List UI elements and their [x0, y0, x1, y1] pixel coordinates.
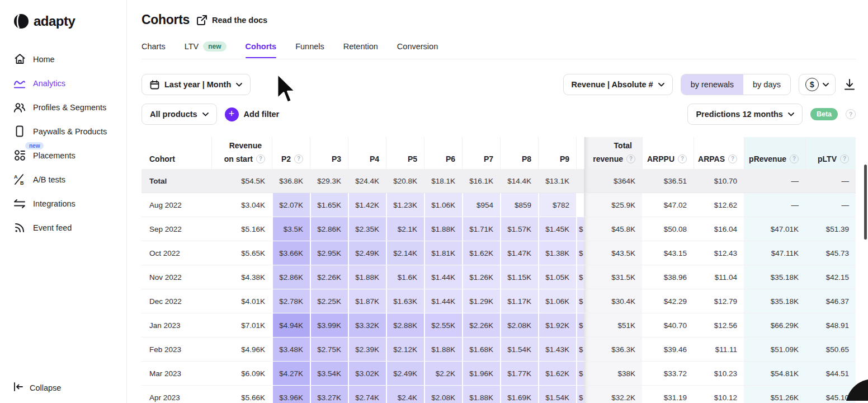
column-header-label: ARPPU	[647, 154, 674, 165]
sidebar-item-home[interactable]: Home	[13, 47, 126, 71]
sidebar-item-integrations[interactable]: Integrations	[13, 191, 126, 215]
cell-p-ltv: —	[805, 193, 856, 217]
cell-clipped-period: $	[576, 362, 584, 386]
cell-arpas: $12.79	[694, 289, 744, 313]
date-range-dropdown[interactable]: Last year | Month	[141, 74, 251, 95]
sidebar-item-label: Analytics	[33, 79, 65, 88]
sidebar: adapty HomeAnalyticsProfiles & SegmentsP…	[0, 0, 127, 403]
cell-p-revenue: $35.18K	[744, 265, 805, 289]
tab-cohorts[interactable]: Cohorts	[246, 42, 277, 58]
cell-p4: $3.32K	[348, 313, 386, 338]
cell-arpas: $10.12	[694, 386, 744, 403]
cell-p2: $2.86K	[272, 265, 310, 289]
column-header-arpas: ARPAS?	[694, 137, 744, 169]
sidebar-item-analytics[interactable]: Analytics	[13, 71, 126, 95]
column-header-label: Total	[614, 141, 632, 151]
main-content: Cohorts Read the docs ChartsLTVnewCohort…	[127, 0, 868, 403]
cell-clipped-period	[576, 193, 584, 217]
vertical-scrollbar[interactable]	[864, 165, 867, 240]
products-label: All products	[150, 110, 197, 119]
cell-p-revenue: —	[744, 193, 805, 217]
cell-p6: $1.88K	[424, 338, 462, 362]
cell-cohort: Sep 2022	[141, 217, 211, 241]
cell-clipped-period: $	[576, 289, 584, 313]
cell-p9: $13.1K	[538, 169, 576, 193]
table-row-dec-2022: Dec 2022$4.01K$2.78K$2.25K$1.87K$1.63K$1…	[141, 289, 856, 313]
cell-p8: $1.15K	[500, 265, 538, 289]
products-dropdown[interactable]: All products	[141, 104, 217, 125]
cell-arppu: $38.96	[642, 265, 694, 289]
help-icon[interactable]: ?	[626, 154, 635, 163]
column-header-label: on start	[224, 154, 253, 165]
read-docs-link[interactable]: Read the docs	[196, 15, 267, 26]
cell-total-revenue: $32.2K	[584, 386, 642, 403]
sidebar-item-paywalls-products[interactable]: Paywalls & Products	[13, 119, 126, 143]
column-header-p7: P7	[462, 137, 500, 169]
cell-p2: $3.66K	[272, 241, 310, 265]
table-row-apr-2023: Apr 2023$5.66K$3.96K$3.27K$2.74K$2.4K$2.…	[141, 386, 856, 403]
help-icon[interactable]: ?	[678, 154, 687, 163]
placements-icon	[13, 149, 26, 162]
table-row-jan-2023: Jan 2023$7.01K$4.94K$3.99K$3.32K$2.88K$2…	[141, 313, 856, 338]
cell-cohort: Total	[141, 169, 211, 193]
calendar-icon	[150, 80, 159, 90]
sidebar-item-placements[interactable]: newPlacements	[13, 143, 126, 167]
column-header-total_revenue: Totalrevenue?	[584, 137, 642, 169]
cell-arppu: $42.29	[642, 289, 694, 313]
add-filter-button[interactable]: + Add filter	[225, 107, 280, 121]
tab-label: Conversion	[397, 42, 438, 51]
sidebar-collapse-button[interactable]: Collapse	[13, 382, 61, 393]
help-icon[interactable]: ?	[256, 154, 265, 163]
cell-p8: $1.57K	[500, 217, 538, 241]
tab-conversion[interactable]: Conversion	[397, 42, 438, 58]
cell-total-revenue: $45.8K	[584, 217, 642, 241]
help-icon[interactable]: ?	[840, 154, 849, 163]
cell-p6: $2.08K	[424, 386, 462, 403]
cell-clipped-period: $	[576, 338, 584, 362]
column-header-label: P6	[446, 154, 455, 165]
event-feed-icon	[13, 222, 26, 234]
add-filter-label: Add filter	[244, 110, 280, 119]
cell-arppu: $40.70	[642, 313, 694, 338]
cell-p3: $2.95K	[310, 241, 348, 265]
cell-p9: $1.06K	[538, 289, 576, 313]
help-icon[interactable]: ?	[790, 154, 799, 163]
sidebar-item-profiles-segments[interactable]: Profiles & Segments	[13, 95, 126, 119]
column-header-label: P3	[332, 154, 341, 165]
tab-ltv[interactable]: LTVnew	[185, 41, 227, 58]
predictions-dropdown[interactable]: Predictions 12 months	[687, 104, 803, 125]
cell-p6: $1.06K	[424, 193, 462, 217]
cell-p-ltv: $51.39	[805, 217, 856, 241]
sidebar-item-event-feed[interactable]: Event feed	[13, 215, 126, 240]
sidebar-item-a-b-tests[interactable]: ABA/B tests	[13, 167, 126, 191]
cell-p2: $2.07K	[272, 193, 310, 217]
cell-p4: $1.87K	[348, 289, 386, 313]
cell-p8: $2.08K	[500, 313, 538, 338]
metric-dropdown[interactable]: Revenue | Absolute #	[563, 74, 673, 95]
help-icon[interactable]: ?	[846, 109, 856, 119]
cell-p3: $1.65K	[310, 193, 348, 217]
cell-p4: $2.49K	[348, 241, 386, 265]
cell-clipped-period	[576, 169, 584, 193]
cell-arpas: $16.04	[694, 217, 744, 241]
tab-charts[interactable]: Charts	[141, 42, 166, 58]
by-days-segment[interactable]: by days	[743, 74, 790, 95]
help-icon[interactable]: ?	[728, 154, 737, 163]
sidebar-item-label: Profiles & Segments	[33, 103, 106, 112]
cell-p7: $1.88K	[462, 386, 500, 403]
help-icon[interactable]: ?	[294, 154, 303, 163]
tab-funnels[interactable]: Funnels	[295, 42, 324, 58]
cell-p8: $1.77K	[500, 362, 538, 386]
cell-arpas: $10.70	[694, 169, 744, 193]
download-button[interactable]	[843, 78, 856, 91]
column-header-label: Revenue	[229, 141, 262, 151]
tab-retention[interactable]: Retention	[343, 42, 378, 58]
adapty-logo[interactable]: adapty	[13, 10, 126, 32]
column-header-revenue_on_start: Revenueon start?	[211, 137, 272, 169]
by-renewals-segment[interactable]: by renewals	[681, 74, 743, 95]
currency-dropdown[interactable]: $	[799, 74, 836, 95]
cell-p7: $1.71K	[462, 217, 500, 241]
column-header-p4: P4	[348, 137, 386, 169]
cell-cohort: Aug 2022	[141, 193, 211, 217]
column-header-p8: P8	[500, 137, 538, 169]
